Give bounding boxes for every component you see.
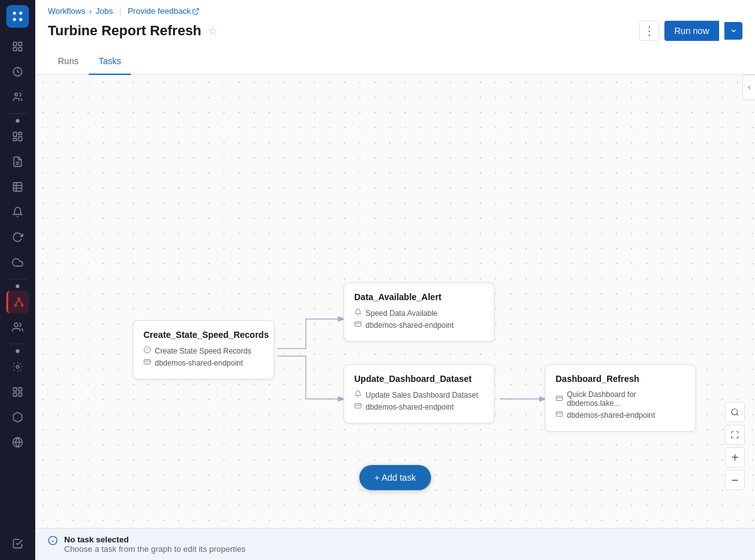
info-bar: No task selected Choose a task from the … (35, 528, 755, 560)
expand-button[interactable] (725, 425, 745, 445)
node-dashboard-refresh-row1: Quick Dashboard for dbdemos.lake... (556, 390, 685, 408)
sidebar (0, 0, 35, 560)
run-now-button[interactable]: Run now (664, 21, 719, 41)
sidebar-item-people[interactable] (6, 86, 29, 108)
node-dashboard-refresh-endpoint: dbdemos-shared-endpoint (567, 411, 655, 420)
main-content: Workflows › Jobs | Provide feedback Turb… (35, 0, 755, 560)
breadcrumb: Workflows › Jobs | Provide feedback (48, 0, 742, 18)
info-sub-text: Choose a task from the graph to edit its… (64, 544, 245, 554)
node-update-dashboard[interactable]: Update_Dashboard_Dataset Update Sales Da… (344, 364, 495, 423)
node-update-dashboard-row1: Update Sales Dashboard Dataset (354, 390, 484, 400)
node-create-state-icon2 (143, 358, 151, 367)
title-row: Turbine Report Refresh ☆ ⋮ Run now (48, 18, 742, 48)
zoom-in-button[interactable]: + (725, 447, 745, 468)
breadcrumb-workflows[interactable]: Workflows (48, 6, 86, 16)
sidebar-item-dashboard[interactable] (6, 125, 29, 148)
node-create-state-title: Create_State_Speed_Records (143, 330, 264, 340)
collapse-panel-button[interactable] (742, 75, 755, 100)
add-task-button[interactable]: + Add task (359, 465, 431, 490)
svg-rect-30 (19, 393, 22, 396)
more-button[interactable]: ⋮ (639, 21, 659, 41)
node-data-available-icon1 (354, 308, 362, 318)
sidebar-dot-3 (16, 349, 20, 353)
svg-rect-6 (13, 48, 16, 51)
svg-point-2 (13, 18, 16, 21)
node-update-dashboard-task-label: Update Sales Dashboard Dataset (366, 391, 478, 400)
svg-rect-27 (13, 388, 16, 391)
node-data-available-endpoint: dbdemos-shared-endpoint (366, 321, 454, 330)
search-zoom-button[interactable] (725, 402, 745, 422)
run-now-caret-button[interactable] (724, 22, 742, 40)
svg-rect-12 (19, 137, 22, 141)
node-create-state[interactable]: Create_State_Speed_Records Create State … (133, 320, 274, 379)
logo-button[interactable] (6, 5, 29, 28)
node-update-dashboard-icon2 (354, 402, 362, 412)
node-dashboard-refresh-icon2 (556, 410, 563, 420)
svg-point-0 (13, 12, 16, 15)
svg-rect-41 (355, 404, 361, 408)
svg-point-21 (14, 305, 16, 306)
node-create-state-task-label: Create State Speed Records (155, 347, 251, 356)
sidebar-sep-1 (8, 113, 27, 114)
sidebar-item-tables[interactable] (6, 176, 29, 198)
svg-line-23 (15, 300, 18, 305)
sidebar-item-extensions[interactable] (6, 406, 29, 428)
info-main-text: No task selected (64, 535, 245, 544)
sidebar-item-recent[interactable] (6, 60, 29, 83)
tab-runs[interactable]: Runs (48, 48, 89, 75)
sidebar-item-admin[interactable] (6, 356, 29, 378)
breadcrumb-jobs[interactable]: Jobs (96, 6, 113, 16)
page-title: Turbine Report Refresh (48, 23, 201, 39)
svg-line-24 (19, 300, 22, 305)
breadcrumb-sep-1: › (89, 6, 92, 16)
sidebar-sep-3 (8, 344, 27, 344)
node-data-available-icon2 (354, 320, 362, 330)
node-data-available[interactable]: Data_Available_Alert Speed Data Availabl… (344, 283, 495, 342)
sidebar-dot-1 (16, 119, 20, 123)
svg-rect-5 (19, 42, 22, 45)
zoom-out-button[interactable]: − (725, 470, 745, 490)
node-update-dashboard-title: Update_Dashboard_Dataset (354, 374, 484, 384)
svg-rect-11 (19, 132, 22, 135)
node-create-state-row2: dbdemos-shared-endpoint (143, 358, 264, 367)
sidebar-dot-2 (16, 284, 20, 288)
breadcrumb-pipe: | (120, 6, 121, 16)
svg-rect-13 (13, 138, 16, 141)
svg-point-47 (732, 409, 737, 415)
sidebar-item-grid2[interactable] (6, 381, 29, 403)
node-dashboard-refresh-icon1 (556, 395, 563, 404)
svg-rect-37 (144, 360, 150, 364)
sidebar-item-workflows[interactable] (6, 291, 29, 313)
tabs: Runs Tasks (48, 48, 742, 74)
svg-point-22 (21, 305, 23, 306)
svg-rect-4 (13, 42, 16, 45)
sidebar-item-history[interactable] (6, 226, 29, 249)
title-right: ⋮ Run now (639, 21, 742, 41)
svg-line-33 (195, 8, 199, 12)
favorite-icon[interactable]: ☆ (208, 24, 218, 38)
sidebar-item-alerts[interactable] (6, 201, 29, 223)
sidebar-item-bottom[interactable] (6, 532, 29, 555)
canvas[interactable]: Create_State_Speed_Records Create State … (35, 75, 755, 528)
tab-tasks[interactable]: Tasks (89, 48, 131, 75)
node-create-state-row1: Create State Speed Records (143, 346, 264, 356)
node-data-available-task-label: Speed Data Available (366, 309, 438, 318)
node-create-state-icon1 (143, 346, 151, 356)
svg-point-26 (16, 366, 20, 369)
node-data-available-row1: Speed Data Available (354, 308, 484, 318)
sidebar-item-cloud[interactable] (6, 251, 29, 274)
feedback-link[interactable]: Provide feedback (128, 6, 199, 16)
sidebar-item-home[interactable] (6, 35, 29, 58)
sidebar-item-reports[interactable] (6, 150, 29, 173)
svg-rect-7 (19, 48, 22, 51)
sidebar-item-settings-extra[interactable] (6, 316, 29, 339)
info-text: No task selected Choose a task from the … (64, 535, 245, 554)
svg-line-48 (737, 414, 739, 416)
sidebar-item-integrations[interactable] (6, 431, 29, 454)
svg-point-25 (14, 323, 18, 327)
svg-rect-28 (19, 388, 22, 391)
sidebar-sep-2 (8, 279, 27, 279)
node-data-available-row2: dbdemos-shared-endpoint (354, 320, 484, 330)
node-dashboard-refresh[interactable]: Dashboard_Refresh Quick Dashboard for db… (545, 364, 696, 432)
svg-rect-39 (355, 322, 361, 327)
